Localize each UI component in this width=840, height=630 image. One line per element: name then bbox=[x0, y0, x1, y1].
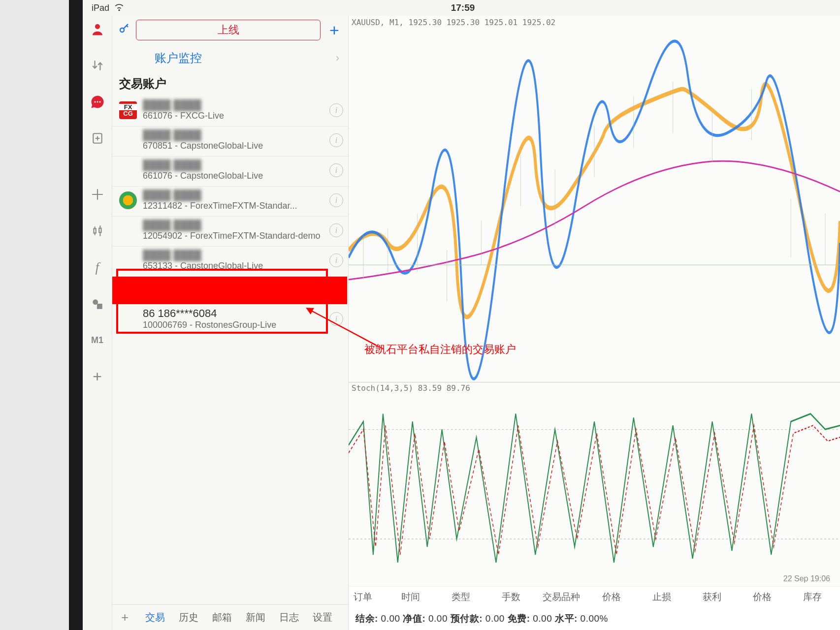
col-symbol: 交易品种 bbox=[539, 591, 584, 603]
account-name: ████ ████ bbox=[143, 129, 323, 141]
info-icon[interactable]: i bbox=[329, 312, 343, 326]
tab-history[interactable]: 历史 bbox=[179, 611, 198, 624]
account-sub: 12054902 - ForexTimeFXTM-Standard-demo bbox=[143, 231, 323, 241]
indicator-chart[interactable]: Stoch(14,3,5) 83.59 89.76 22 Sep 19:06 bbox=[349, 382, 840, 586]
account-sub: 661076 - CapstoneGlobal-Live bbox=[143, 171, 323, 181]
account-sub: 661076 - FXCG-Live bbox=[143, 111, 323, 121]
col-price2: 价格 bbox=[740, 591, 785, 603]
info-icon[interactable]: i bbox=[329, 163, 343, 177]
annotation-text: 被凯石平台私自注销的交易账户 bbox=[364, 342, 516, 357]
key-icon[interactable] bbox=[117, 23, 131, 37]
account-row[interactable]: ████ ████ 661076 - CapstoneGlobal-Live i bbox=[112, 157, 348, 187]
account-row[interactable]: ████ ████ 12054902 - ForexTimeFXTM-Stand… bbox=[112, 217, 348, 247]
tab-mailbox[interactable]: 邮箱 bbox=[212, 611, 232, 624]
info-icon[interactable]: i bbox=[329, 223, 343, 237]
col-swap: 库存 bbox=[790, 591, 835, 603]
col-tp: 获利 bbox=[689, 591, 735, 603]
svg-point-7 bbox=[120, 28, 124, 32]
info-icon[interactable]: i bbox=[329, 193, 343, 207]
svg-rect-6 bbox=[97, 304, 102, 309]
broker-logo-icon bbox=[119, 221, 137, 239]
svg-point-3 bbox=[99, 101, 100, 103]
candlestick-icon[interactable] bbox=[89, 222, 106, 239]
wifi-icon bbox=[114, 2, 124, 14]
account-name: ████ ████ bbox=[143, 220, 323, 231]
account-list: FXCG ████ ████ 661076 - FXCG-Live i ████… bbox=[112, 96, 348, 335]
account-row[interactable]: FXCG ████ ████ 661076 - FXCG-Live i bbox=[112, 96, 348, 126]
add-account-button[interactable]: + bbox=[325, 21, 343, 40]
icon-rail: f M1 + bbox=[83, 16, 112, 630]
account-sub: 653133 - CapstoneGlobal-Live bbox=[143, 261, 323, 271]
col-lots: 手数 bbox=[488, 591, 534, 603]
shapes-icon[interactable] bbox=[89, 295, 106, 312]
svg-point-2 bbox=[97, 101, 98, 103]
broker-logo-icon bbox=[119, 191, 137, 209]
broker-logo-icon bbox=[119, 131, 137, 149]
info-icon[interactable]: i bbox=[329, 253, 343, 267]
redacted-block bbox=[112, 277, 347, 304]
tab-journal[interactable]: 日志 bbox=[279, 611, 299, 624]
col-sl: 止损 bbox=[639, 591, 684, 603]
svg-point-1 bbox=[94, 101, 96, 103]
balance-row: 结余: 0.00 净值: 0.00 预付款: 0.00 免费: 0.00 水平:… bbox=[349, 607, 840, 630]
sort-icon[interactable] bbox=[89, 57, 106, 74]
account-name: ████ ████ bbox=[143, 189, 323, 201]
chat-icon[interactable] bbox=[89, 94, 106, 110]
add-doc-icon[interactable] bbox=[89, 130, 106, 147]
account-row-highlighted[interactable]: ████ ████ 653133 - CapstoneGlobal-Live i bbox=[112, 247, 348, 277]
tab-news[interactable]: 新闻 bbox=[246, 611, 265, 624]
col-type: 类型 bbox=[438, 591, 484, 603]
stoch-plot bbox=[349, 382, 840, 586]
account-sub: 670851 - CapstoneGlobal-Live bbox=[143, 141, 323, 151]
broker-logo-icon bbox=[119, 161, 137, 179]
info-icon[interactable]: i bbox=[329, 133, 343, 147]
col-time: 时间 bbox=[388, 591, 433, 603]
account-sub: 12311482 - ForexTimeFXTM-Standar... bbox=[143, 201, 323, 211]
broker-logo-icon: FXCG bbox=[119, 101, 137, 119]
chevron-right-icon: › bbox=[336, 52, 339, 64]
main-chart[interactable]: XAUUSD, M1, 1925.30 1925.30 1925.01 1925… bbox=[349, 16, 840, 382]
account-name: ████ ████ bbox=[143, 99, 323, 111]
account-sub: 100006769 - RostonesGroup-Live bbox=[143, 320, 323, 330]
account-row[interactable]: ████ ████ 670851 - CapstoneGlobal-Live i bbox=[112, 126, 348, 157]
bottom-tabs: + 交易 历史 邮箱 新闻 日志 设置 bbox=[112, 604, 348, 630]
device-label: iPad bbox=[92, 3, 109, 13]
account-name: ████ ████ bbox=[143, 159, 323, 171]
col-order: 订单 bbox=[354, 591, 383, 603]
add-tab-icon[interactable]: + bbox=[121, 610, 129, 625]
orders-table-header: 订单 时间 类型 手数 交易品种 价格 止损 获利 价格 库存 bbox=[349, 586, 840, 607]
profile-icon[interactable] bbox=[89, 21, 106, 37]
chart-area: XAUUSD, M1, 1925.30 1925.30 1925.01 1925… bbox=[349, 16, 840, 630]
monitor-label: 账户监控 bbox=[155, 50, 202, 66]
accounts-panel: 上线 + 账户监控 › 交易账户 FXCG ████ ████ 661076 -… bbox=[112, 16, 349, 630]
account-name: ████ ████ bbox=[143, 250, 323, 261]
tab-trade[interactable]: 交易 bbox=[145, 611, 165, 624]
account-row[interactable]: ████ ████ 12311482 - ForexTimeFXTM-Stand… bbox=[112, 187, 348, 217]
svg-point-0 bbox=[95, 24, 100, 29]
online-button[interactable]: 上线 bbox=[136, 20, 321, 40]
section-title: 交易账户 bbox=[112, 73, 348, 96]
account-monitor-row[interactable]: 账户监控 › bbox=[112, 45, 348, 73]
status-bar: iPad 17:59 bbox=[83, 0, 840, 16]
broker-logo-icon bbox=[119, 252, 137, 269]
col-price: 价格 bbox=[589, 591, 634, 603]
account-row[interactable]: 86 186****6084 100006769 - RostonesGroup… bbox=[112, 304, 348, 335]
function-icon[interactable]: f bbox=[89, 259, 106, 276]
price-plot bbox=[349, 16, 840, 382]
clock: 17:59 bbox=[124, 2, 802, 13]
tab-settings[interactable]: 设置 bbox=[313, 611, 332, 624]
timeframe-label[interactable]: M1 bbox=[89, 332, 106, 348]
info-icon[interactable]: i bbox=[329, 103, 343, 117]
crosshair-icon[interactable] bbox=[89, 186, 106, 203]
broker-logo-icon bbox=[119, 310, 137, 328]
add-icon[interactable]: + bbox=[89, 368, 106, 385]
account-name: 86 186****6084 bbox=[143, 307, 323, 320]
